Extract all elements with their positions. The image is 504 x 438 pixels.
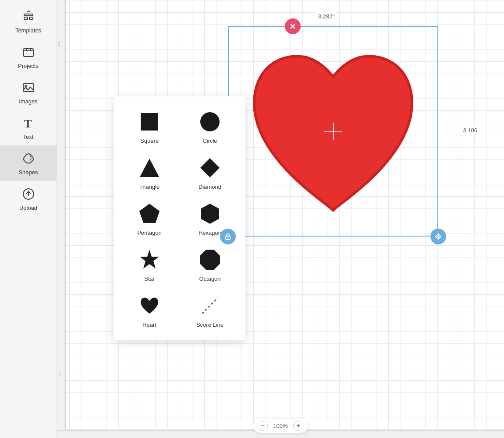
zoom-out-button[interactable]: −	[258, 420, 268, 431]
heart-small-icon	[136, 293, 163, 319]
diamond-icon	[197, 155, 223, 181]
templates-icon	[21, 9, 36, 25]
svg-rect-2	[29, 17, 33, 20]
images-icon	[21, 80, 36, 95]
square-icon	[136, 109, 163, 135]
svg-marker-23	[201, 204, 219, 224]
shape-item-diamond[interactable]: Diamond	[183, 151, 237, 194]
svg-marker-25	[200, 250, 220, 270]
shape-item-octagon[interactable]: Octagon	[183, 243, 237, 286]
shape-item-heart[interactable]: Heart	[123, 289, 176, 332]
triangle-icon	[136, 155, 163, 181]
shape-label-hexagon: Hexagon	[199, 230, 221, 236]
shape-label-square: Square	[140, 138, 159, 144]
shape-label-heart: Heart	[142, 321, 156, 328]
sidebar-item-images[interactable]: Images	[0, 74, 57, 110]
sidebar-item-label-templates: Templates	[15, 27, 41, 34]
shape-label-pentagon: Pentagon	[137, 230, 162, 236]
shapes-panel: Square Circle Triangle	[114, 96, 245, 340]
sidebar: Templates Projects Images T	[0, 0, 57, 438]
shape-item-circle[interactable]: Circle	[183, 105, 237, 148]
main-area: 1 7 3.282" 3.106	[57, 0, 504, 438]
shape-label-diamond: Diamond	[199, 184, 221, 190]
canvas[interactable]: 1 7 3.282" 3.106	[57, 0, 504, 438]
svg-rect-1	[24, 17, 28, 20]
shape-label-circle: Circle	[202, 138, 217, 144]
svg-marker-21	[200, 158, 220, 177]
ruler-mark-7: 7	[58, 372, 60, 377]
svg-rect-18	[141, 113, 158, 131]
shape-item-score-line[interactable]: Score Line	[183, 289, 237, 332]
ruler-left: 1 7	[57, 0, 66, 438]
sidebar-item-label-shapes: Shapes	[18, 169, 38, 176]
sidebar-item-upload[interactable]: Upload	[0, 181, 57, 216]
scale-handle-button[interactable]	[430, 229, 446, 244]
measure-right: 3.106	[460, 126, 480, 134]
text-icon: T	[21, 115, 36, 131]
shape-item-pentagon[interactable]: Pentagon	[123, 197, 176, 240]
zoom-in-button[interactable]: +	[293, 420, 304, 431]
sidebar-item-label-upload: Upload	[19, 205, 37, 211]
svg-marker-22	[139, 204, 160, 223]
sidebar-item-label-images: Images	[19, 98, 38, 105]
octagon-icon	[197, 247, 223, 273]
hexagon-icon	[197, 201, 223, 227]
svg-point-15	[227, 237, 228, 238]
sidebar-item-templates[interactable]: Templates	[0, 4, 57, 39]
svg-rect-7	[23, 84, 34, 92]
sidebar-item-shapes[interactable]: Shapes	[0, 145, 57, 181]
sidebar-item-projects[interactable]: Projects	[0, 39, 57, 74]
svg-line-26	[202, 298, 218, 314]
sidebar-item-label-text: Text	[23, 134, 34, 140]
sidebar-item-label-projects: Projects	[18, 63, 39, 69]
shape-label-score-line: Score Line	[196, 321, 224, 328]
svg-text:T: T	[24, 117, 32, 130]
ruler-mark-1: 1	[58, 42, 60, 46]
shape-item-square[interactable]: Square	[123, 105, 176, 148]
circle-icon	[197, 109, 223, 135]
shape-item-triangle[interactable]: Triangle	[123, 151, 176, 194]
svg-rect-3	[24, 49, 33, 57]
measure-top: 3.282"	[316, 12, 337, 21]
svg-rect-0	[24, 14, 33, 16]
zoom-bar: − 100% +	[253, 419, 308, 433]
svg-marker-24	[140, 250, 159, 268]
lock-handle-button[interactable]	[220, 229, 236, 244]
shape-label-triangle: Triangle	[139, 184, 160, 190]
upload-icon	[21, 186, 36, 202]
score-line-icon	[197, 293, 223, 319]
zoom-level: 100%	[271, 423, 291, 429]
sidebar-item-text[interactable]: T Text	[0, 110, 57, 145]
svg-point-8	[25, 85, 27, 87]
shape-label-octagon: Octagon	[199, 276, 220, 282]
close-handle-button[interactable]	[285, 18, 301, 34]
star-icon	[136, 247, 163, 273]
shapes-icon	[21, 151, 36, 166]
heart-shape[interactable]	[228, 26, 438, 237]
projects-icon	[21, 44, 36, 60]
shape-item-star[interactable]: Star	[123, 243, 176, 286]
shape-label-star: Star	[144, 276, 155, 282]
svg-point-19	[200, 112, 220, 131]
svg-marker-20	[140, 159, 159, 177]
pentagon-icon	[136, 201, 163, 227]
heart-selection-container[interactable]	[228, 26, 438, 237]
